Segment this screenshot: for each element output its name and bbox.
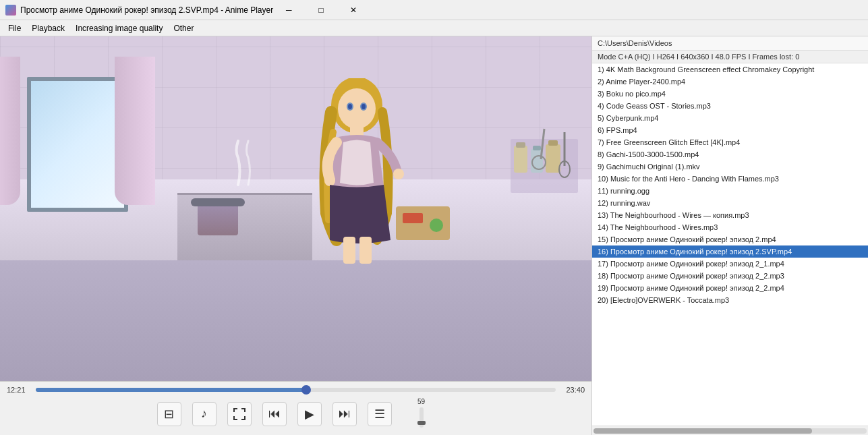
- playlist-item-7[interactable]: 7) Free Greenscreen Glitch Effect [4K].m…: [592, 136, 868, 148]
- curtain-right: [115, 57, 155, 205]
- playlist-item-8[interactable]: 8) Gachi-1500-3000-1500.mp4: [592, 148, 868, 161]
- horizontal-scrollbar[interactable]: [592, 426, 868, 435]
- path-bar: C:\Users\Denis\Videos: [592, 36, 868, 51]
- window-title: Просмотр аниме Одинокий рокер! эпизод 2.…: [20, 5, 273, 15]
- stove-element: [177, 193, 312, 260]
- playlist-item-9[interactable]: 9) Gachimuchi Original (1).mkv: [592, 161, 868, 173]
- svg-point-7: [324, 175, 335, 186]
- subtitles-button[interactable]: ⊟: [157, 402, 181, 426]
- progress-track[interactable]: [36, 388, 556, 392]
- mode-bar: Mode C+A (HQ) I H264 I 640x360 I 48.0 FP…: [592, 51, 868, 63]
- menu-image-quality[interactable]: Increasing image quality: [70, 22, 168, 34]
- svg-rect-13: [516, 142, 525, 148]
- progress-bar-row: 12:21 23:40: [0, 382, 591, 395]
- menubar: File Playback Increasing image quality O…: [0, 20, 868, 36]
- audio-button[interactable]: ♪: [192, 402, 216, 426]
- playlist-item-5[interactable]: 5) Cyberpunk.mp4: [592, 112, 868, 124]
- playlist-item-20[interactable]: 20) [Electro]OVERWERK - Toccata.mp3: [592, 294, 868, 306]
- speed-value-label: 59: [417, 398, 425, 405]
- svg-rect-10: [359, 237, 372, 264]
- speed-control: 59: [408, 398, 435, 430]
- minimize-button[interactable]: ─: [273, 0, 304, 20]
- svg-rect-9: [343, 237, 355, 264]
- svg-rect-17: [548, 140, 558, 146]
- time-total: 23:40: [561, 386, 585, 394]
- play-button[interactable]: ▶: [297, 402, 322, 426]
- speed-track: [419, 407, 424, 428]
- playlist-button[interactable]: ☰: [368, 402, 392, 426]
- fullscreen-button[interactable]: [227, 402, 252, 426]
- sidebar: C:\Users\Denis\Videos Mode C+A (HQ) I H2…: [591, 36, 868, 435]
- menu-file[interactable]: File: [3, 22, 26, 34]
- video-frame[interactable]: [0, 36, 591, 381]
- playlist-item-17[interactable]: 17) Просмотр аниме Одинокий рокер! эпизо…: [592, 258, 868, 270]
- playlist-item-6[interactable]: 6) FPS.mp4: [592, 124, 868, 136]
- video-area: 12:21 23:40 ⊟ ♪: [0, 36, 591, 435]
- buttons-row: ⊟ ♪ ⏮ ▶ ⏭ ☰ 59: [0, 395, 591, 435]
- curtain-left: [0, 57, 20, 205]
- progress-thumb[interactable]: [301, 385, 311, 395]
- speed-thumb[interactable]: [417, 421, 426, 425]
- prev-button[interactable]: ⏮: [262, 402, 287, 426]
- close-button[interactable]: ✕: [338, 0, 369, 20]
- svg-point-4: [348, 104, 352, 109]
- titlebar: Просмотр аниме Одинокий рокер! эпизод 2.…: [0, 0, 868, 20]
- titlebar-controls: ─ □ ✕: [273, 0, 369, 20]
- anime-scene: [0, 36, 591, 381]
- main-content: 12:21 23:40 ⊟ ♪: [0, 36, 868, 435]
- playlist-item-15[interactable]: 15) Просмотр аниме Одинокий рокер! эпизо…: [592, 233, 868, 245]
- controls-area: 12:21 23:40 ⊟ ♪: [0, 381, 591, 435]
- svg-point-1: [338, 88, 376, 129]
- scrollbar-track: [594, 428, 867, 434]
- svg-rect-23: [403, 213, 423, 223]
- menu-playback[interactable]: Playback: [26, 22, 70, 34]
- svg-rect-16: [546, 144, 560, 173]
- playlist-item-2[interactable]: 2) Anime Player-2400.mp4: [592, 76, 868, 88]
- playlist-item-10[interactable]: 10) Music for the Anti Hero - Dancing Wi…: [592, 173, 868, 185]
- svg-rect-12: [514, 146, 527, 173]
- svg-point-24: [430, 219, 443, 232]
- scrollbar-thumb[interactable]: [594, 428, 812, 434]
- app-icon: [5, 5, 16, 16]
- playlist-item-13[interactable]: 13) The Neighbourhood - Wires — копия.mp…: [592, 209, 868, 221]
- maximize-button[interactable]: □: [306, 0, 337, 20]
- playlist-item-18[interactable]: 18) Просмотр аниме Одинокий рокер! эпизо…: [592, 270, 868, 282]
- playlist-item-11[interactable]: 11) running.ogg: [592, 185, 868, 197]
- time-current: 12:21: [7, 386, 30, 394]
- playlist-item-3[interactable]: 3) Boku no pico.mp4: [592, 88, 868, 100]
- svg-rect-15: [533, 146, 541, 150]
- playlist-item-14[interactable]: 14) The Neighbourhood - Wires.mp3: [592, 221, 868, 233]
- floor-bg: [0, 260, 591, 381]
- playlist-item-16[interactable]: 16) Просмотр аниме Одинокий рокер! эпизо…: [592, 245, 868, 258]
- svg-point-5: [361, 104, 366, 109]
- steam-svg: [225, 138, 265, 192]
- speed-slider-container[interactable]: [408, 405, 435, 430]
- playlist-item-1[interactable]: 1) 4K Math Background Greenscreen effect…: [592, 63, 868, 76]
- window-element: [13, 57, 121, 192]
- playlist-item-19[interactable]: 19) Просмотр аниме Одинокий рокер! эпизо…: [592, 282, 868, 294]
- kitchen-items-svg: [389, 125, 591, 260]
- playlist-item-12[interactable]: 12) running.wav: [592, 197, 868, 209]
- playlist-item-4[interactable]: 4) Code Geass OST - Stories.mp3: [592, 100, 868, 112]
- playlist[interactable]: 1) 4K Math Background Greenscreen effect…: [592, 63, 868, 426]
- progress-fill: [36, 388, 306, 392]
- menu-other[interactable]: Other: [168, 22, 199, 34]
- window-frame: [27, 77, 128, 212]
- next-button[interactable]: ⏭: [332, 402, 357, 426]
